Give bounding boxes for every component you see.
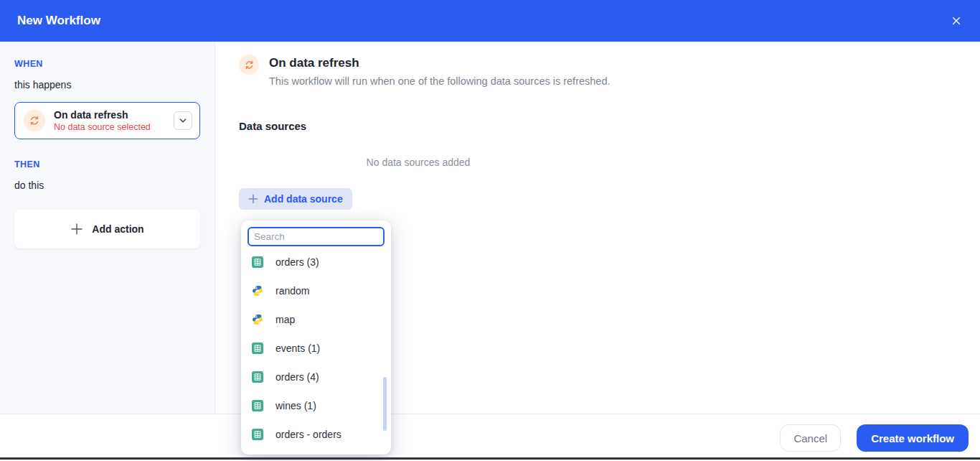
cancel-button[interactable]: Cancel [780,424,841,452]
sheet-icon [252,371,263,383]
add-data-source-label: Add data source [264,193,343,205]
add-action-label: Add action [92,223,143,235]
window-bottom-edge [0,457,980,460]
trigger-card[interactable]: On data refresh No data source selected [14,102,200,139]
refresh-icon [24,110,45,131]
data-source-item[interactable]: map [241,305,391,334]
new-workflow-modal: New Workflow WHEN this happens On data r… [0,0,980,461]
sheet-icon [252,343,263,354]
data-source-label: orders (4) [275,371,319,383]
modal-title: New Workflow [17,14,100,28]
plus-icon [70,223,83,236]
trigger-header: On data refresh This workflow will run w… [239,55,980,87]
then-caption: do this [14,180,200,191]
plus-icon [248,194,258,204]
python-icon [252,285,263,297]
data-source-dropdown: orders (3) random map events (1) orders … [241,220,391,455]
chevron-down-icon[interactable] [174,111,192,130]
data-source-item[interactable]: events (1) [241,334,391,363]
modal-footer: Cancel Create workflow [0,414,980,461]
data-source-item[interactable]: orders (3) [241,248,391,276]
python-icon [252,314,263,325]
data-source-label: wines (1) [275,400,316,411]
sheet-icon [252,400,263,411]
modal-header: New Workflow [0,0,980,42]
trigger-title: On data refresh [269,55,611,72]
data-source-label: random [275,285,309,297]
search-input[interactable] [248,227,385,246]
data-source-item[interactable]: random [241,276,391,305]
trigger-description: This workflow will run when one of the f… [269,75,611,87]
data-source-label: orders (3) [275,256,319,268]
data-sources-heading: Data sources [239,120,980,132]
data-source-label: map [275,314,295,325]
data-source-label: events (1) [275,343,320,354]
refresh-icon [239,55,259,75]
trigger-card-title: On data refresh [54,109,151,121]
sheet-icon [252,429,263,440]
data-source-item[interactable]: orders - orders [241,420,391,449]
data-source-item[interactable]: orders (4) [241,363,391,391]
empty-data-sources-message: No data sources added [239,157,598,168]
data-source-list: orders (3) random map events (1) orders … [241,248,391,449]
add-action-button[interactable]: Add action [14,210,200,248]
data-source-label: orders - orders [275,429,341,440]
workflow-sidebar: WHEN this happens On data refresh No dat… [0,42,215,414]
sheet-icon [252,256,263,268]
data-source-item[interactable]: wines (1) [241,391,391,420]
dropdown-scrollbar[interactable] [383,377,387,431]
close-icon[interactable] [947,11,966,30]
add-data-source-button[interactable]: Add data source [239,188,352,210]
trigger-card-subtitle: No data source selected [54,122,151,132]
then-label: THEN [14,159,200,169]
when-caption: this happens [14,79,200,90]
when-label: WHEN [14,59,200,69]
create-workflow-button[interactable]: Create workflow [857,424,969,452]
